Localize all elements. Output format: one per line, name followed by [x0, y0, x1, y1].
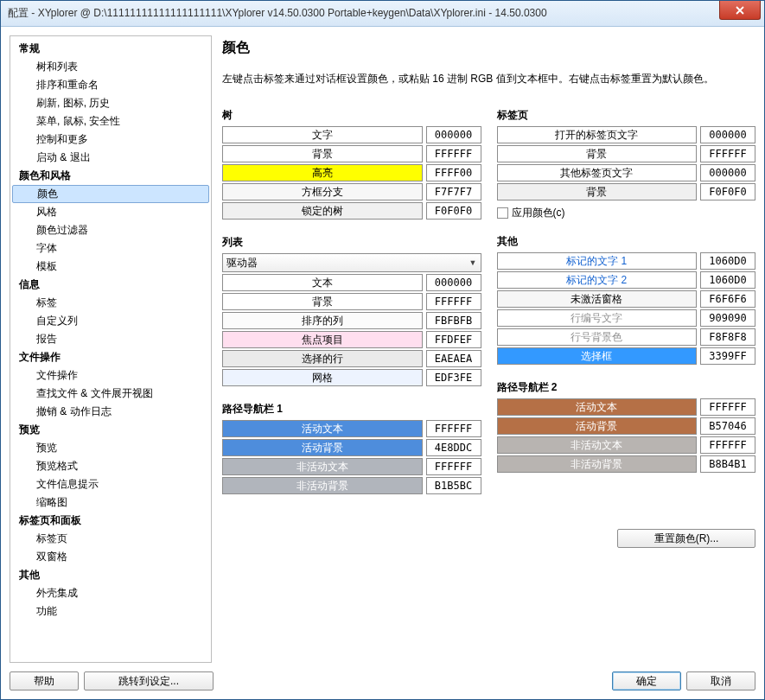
- tree-item[interactable]: 自定义列: [12, 312, 209, 330]
- tree-item[interactable]: 标签页: [12, 530, 209, 548]
- color-hex-input[interactable]: F0F0F0: [700, 183, 755, 200]
- tree-item[interactable]: 控制和更多: [12, 130, 209, 149]
- color-label[interactable]: 文字: [222, 126, 423, 143]
- color-hex-input[interactable]: F6F6F6: [700, 290, 755, 308]
- color-label[interactable]: 文本: [222, 274, 423, 291]
- tree-group[interactable]: 颜色和风格: [12, 167, 209, 185]
- color-label[interactable]: 活动背景: [222, 439, 423, 456]
- tree-group[interactable]: 标签页和面板: [12, 512, 209, 530]
- ok-button[interactable]: 确定: [612, 671, 681, 690]
- color-label[interactable]: 背景: [497, 145, 698, 162]
- color-label[interactable]: 锁定的树: [222, 202, 423, 220]
- color-label[interactable]: 网格: [222, 369, 423, 386]
- color-label[interactable]: 背景: [222, 293, 423, 310]
- tree-item[interactable]: 外壳集成: [12, 584, 209, 602]
- color-hex-input[interactable]: FFDFEF: [426, 331, 481, 348]
- color-label[interactable]: 标记的文字 1: [497, 252, 698, 270]
- color-label[interactable]: 背景: [497, 183, 698, 200]
- tree-item[interactable]: 树和列表: [12, 58, 209, 76]
- tree-item[interactable]: 模板: [12, 258, 209, 276]
- color-hex-input[interactable]: 909090: [700, 309, 755, 327]
- tree-item[interactable]: 预览: [12, 439, 209, 457]
- tree-item[interactable]: 预览格式: [12, 457, 209, 475]
- color-label[interactable]: 活动背景: [497, 417, 698, 435]
- tree-item[interactable]: 报告: [12, 330, 209, 348]
- color-hex-input[interactable]: B1B5BC: [426, 477, 481, 494]
- color-hex-input[interactable]: 1060D0: [700, 252, 755, 270]
- section-label: 路径导航栏 2: [497, 380, 756, 395]
- color-hex-input[interactable]: F7F7F7: [426, 183, 481, 200]
- color-hex-input[interactable]: 3399FF: [700, 347, 755, 365]
- apply-colors-checkbox[interactable]: [497, 207, 508, 219]
- tree-item[interactable]: 文件信息提示: [12, 475, 209, 493]
- color-hex-input[interactable]: 000000: [700, 164, 755, 181]
- tree-item[interactable]: 缩略图: [12, 493, 209, 512]
- color-hex-input[interactable]: 000000: [700, 126, 755, 143]
- tree-item[interactable]: 风格: [12, 203, 209, 221]
- tree-item[interactable]: 颜色: [12, 185, 209, 203]
- color-hex-input[interactable]: B57046: [700, 417, 755, 435]
- tree-item[interactable]: 标签: [12, 294, 209, 312]
- tree-item[interactable]: 撤销 & 动作日志: [12, 403, 209, 421]
- color-label[interactable]: 打开的标签页文字: [497, 126, 698, 143]
- cancel-button[interactable]: 取消: [686, 671, 755, 690]
- color-label[interactable]: 非活动文本: [497, 436, 698, 454]
- color-label[interactable]: 选择的行: [222, 350, 423, 367]
- color-label[interactable]: 非活动文本: [222, 458, 423, 475]
- color-label[interactable]: 标记的文字 2: [497, 271, 698, 289]
- tree-item[interactable]: 文件操作: [12, 366, 209, 385]
- tree-group[interactable]: 文件操作: [12, 348, 209, 366]
- color-hex-input[interactable]: B8B4B1: [700, 455, 755, 473]
- tree-item[interactable]: 排序和重命名: [12, 76, 209, 94]
- color-label[interactable]: 行号背景色: [497, 328, 698, 346]
- tree-group[interactable]: 其他: [12, 566, 209, 584]
- category-tree[interactable]: 常规树和列表排序和重命名刷新, 图标, 历史菜单, 鼠标, 安全性控制和更多启动…: [10, 35, 212, 663]
- tree-group[interactable]: 常规: [12, 40, 209, 58]
- help-button[interactable]: 帮助: [10, 671, 79, 690]
- jump-button[interactable]: 跳转到设定...: [84, 671, 214, 690]
- color-hex-input[interactable]: FFFF00: [426, 164, 481, 181]
- color-hex-input[interactable]: F8F8F8: [700, 328, 755, 346]
- color-hex-input[interactable]: 000000: [426, 274, 481, 291]
- color-label[interactable]: 未激活窗格: [497, 290, 698, 308]
- color-hex-input[interactable]: FFFFFF: [700, 398, 755, 416]
- color-label[interactable]: 焦点项目: [222, 331, 423, 348]
- color-label[interactable]: 高亮: [222, 164, 423, 181]
- list-scope-dropdown[interactable]: 驱动器▼: [222, 253, 481, 272]
- color-label[interactable]: 非活动背景: [222, 477, 423, 494]
- color-hex-input[interactable]: EDF3FE: [426, 369, 481, 386]
- color-label[interactable]: 其他标签页文字: [497, 164, 698, 181]
- tree-item[interactable]: 刷新, 图标, 历史: [12, 94, 209, 112]
- color-hex-input[interactable]: 1060D0: [700, 271, 755, 289]
- close-button[interactable]: [719, 1, 761, 20]
- color-hex-input[interactable]: FFFFFF: [426, 420, 481, 437]
- color-hex-input[interactable]: FFFFFF: [700, 145, 755, 162]
- color-label[interactable]: 活动文本: [222, 420, 423, 437]
- color-hex-input[interactable]: FFFFFF: [700, 436, 755, 454]
- color-hex-input[interactable]: FFFFFF: [426, 145, 481, 162]
- color-hex-input[interactable]: 000000: [426, 126, 481, 143]
- color-hex-input[interactable]: EAEAEA: [426, 350, 481, 367]
- tree-item[interactable]: 菜单, 鼠标, 安全性: [12, 112, 209, 130]
- tree-item[interactable]: 双窗格: [12, 548, 209, 566]
- tree-group[interactable]: 信息: [12, 276, 209, 294]
- reset-colors-button[interactable]: 重置颜色(R)...: [617, 529, 755, 548]
- color-hex-input[interactable]: F0F0F0: [426, 202, 481, 220]
- color-hex-input[interactable]: FFFFFF: [426, 293, 481, 310]
- tree-item[interactable]: 功能: [12, 602, 209, 620]
- color-label[interactable]: 行编号文字: [497, 309, 698, 327]
- color-label[interactable]: 活动文本: [497, 398, 698, 416]
- color-hex-input[interactable]: FBFBFB: [426, 312, 481, 329]
- color-label[interactable]: 选择框: [497, 347, 698, 365]
- color-label[interactable]: 排序的列: [222, 312, 423, 329]
- color-label[interactable]: 非活动背景: [497, 455, 698, 473]
- color-label[interactable]: 方框分支: [222, 183, 423, 200]
- tree-item[interactable]: 查找文件 & 文件展开视图: [12, 385, 209, 403]
- tree-group[interactable]: 预览: [12, 421, 209, 439]
- tree-item[interactable]: 字体: [12, 239, 209, 258]
- color-hex-input[interactable]: 4E8DDC: [426, 439, 481, 456]
- tree-item[interactable]: 启动 & 退出: [12, 149, 209, 167]
- color-hex-input[interactable]: FFFFFF: [426, 458, 481, 475]
- tree-item[interactable]: 颜色过滤器: [12, 221, 209, 239]
- color-label[interactable]: 背景: [222, 145, 423, 162]
